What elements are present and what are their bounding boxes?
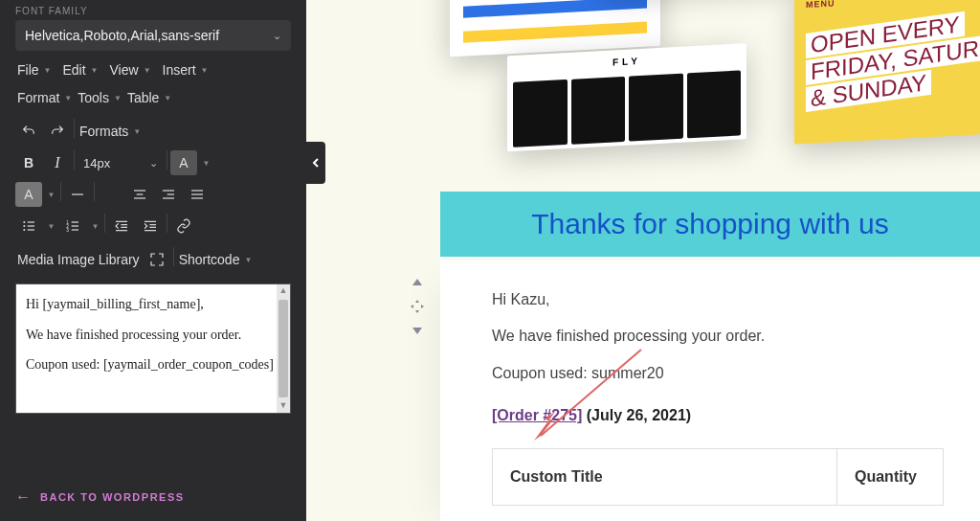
text-color-dropdown-icon[interactable]: ▼ (199, 150, 212, 175)
fullscreen-icon[interactable] (144, 247, 170, 272)
bg-color-dropdown-icon[interactable]: ▼ (44, 182, 57, 207)
order-link[interactable]: [Order #275] (492, 407, 582, 423)
italic-icon[interactable]: I (44, 150, 71, 175)
editor-toolbar: Formats▼ B I 14px⌄ A ▼ A ▼ ▼ 123 ▼ (0, 117, 306, 280)
col-qty: Quantity (837, 449, 943, 505)
hr-icon[interactable] (64, 182, 91, 207)
editor-line: Hi [yaymail_billing_first_name], (26, 294, 280, 315)
align-right-icon[interactable] (155, 182, 182, 207)
arrow-left-icon: ← (15, 488, 31, 506)
bg-color-icon[interactable]: A (15, 182, 42, 207)
align-left-icon[interactable] (98, 182, 124, 207)
shortcode-dropdown[interactable]: Shortcode▼ (177, 247, 255, 272)
font-size-select[interactable]: 14px⌄ (78, 150, 164, 175)
link-icon[interactable] (170, 214, 197, 238)
align-center-icon[interactable] (126, 182, 153, 207)
editor-sidebar: FONT FAMILY Helvetica,Roboto,Arial,sans-… (0, 0, 306, 521)
number-list-icon[interactable]: 123 (59, 214, 86, 238)
email-body-block[interactable]: Hi Kazu, We have finished processing you… (440, 260, 980, 521)
font-family-value: Helvetica,Roboto,Arial,sans-serif (25, 28, 219, 43)
menu-view[interactable]: View▼ (108, 58, 153, 81)
editor-menubar: File▼ Edit▼ View▼ Insert▼ Format▼ Tools▼… (0, 51, 306, 117)
order-heading: [Order #275] (July 26, 2021) (492, 401, 944, 430)
outdent-icon[interactable] (108, 214, 135, 238)
align-justify-icon[interactable] (184, 182, 211, 207)
menu-edit[interactable]: Edit▼ (60, 58, 100, 81)
editor-scrollbar[interactable]: ▲▼ (277, 284, 290, 413)
menu-format[interactable]: Format▼ (15, 86, 74, 109)
svg-marker-33 (412, 279, 422, 285)
svg-text:3: 3 (66, 228, 69, 233)
move-down-icon[interactable] (406, 320, 429, 339)
block-move-toolbar (402, 274, 433, 339)
banner-text: Thanks for shopping with us (531, 208, 889, 240)
text-color-icon[interactable]: A (170, 150, 197, 175)
move-drag-icon[interactable] (406, 297, 429, 316)
email-processed: We have finished processing your order. (492, 322, 944, 351)
media-library-button[interactable]: Media Image Library (15, 247, 142, 272)
template-card: MENUTHE DOCKYARD SOCIAL OPEN EVERY FRIDA… (794, 0, 980, 145)
email-banner: Thanks for shopping with us (440, 192, 980, 257)
content-editor[interactable]: Hi [yaymail_billing_first_name], We have… (15, 283, 291, 414)
svg-marker-34 (415, 300, 419, 303)
indent-icon[interactable] (137, 214, 164, 238)
email-coupon: Coupon used: summer20 (492, 359, 944, 388)
editor-line: Coupon used: [yaymail_order_coupon_codes… (26, 354, 280, 375)
svg-point-13 (23, 221, 25, 223)
move-up-icon[interactable] (406, 274, 429, 293)
formats-dropdown[interactable]: Formats▼ (78, 119, 143, 144)
back-to-wordpress[interactable]: ← BACK TO WORDPRESS (0, 473, 306, 521)
svg-point-17 (23, 229, 25, 231)
number-list-dropdown-icon[interactable]: ▼ (88, 214, 101, 238)
editor-line: We have finished processing your order. (26, 325, 280, 346)
email-greeting: Hi Kazu, (492, 285, 944, 314)
template-card (450, 0, 660, 57)
svg-marker-37 (421, 305, 424, 308)
svg-point-15 (23, 225, 25, 227)
font-family-label: FONT FAMILY (15, 4, 291, 20)
bullet-list-icon[interactable] (15, 214, 42, 238)
menu-table[interactable]: Table▼ (125, 86, 173, 109)
email-preview: FLY MENUTHE DOCKYARD SOCIAL OPEN EVERY F… (306, 0, 980, 521)
bold-icon[interactable]: B (15, 150, 42, 175)
menu-insert[interactable]: Insert▼ (161, 58, 211, 81)
template-card: FLY (507, 43, 746, 151)
chevron-down-icon: ⌄ (273, 30, 281, 42)
bullet-list-dropdown-icon[interactable]: ▼ (44, 214, 57, 238)
order-items-table-header: Custom Title Quantity (492, 448, 944, 506)
col-title: Custom Title (493, 449, 837, 505)
menu-tools[interactable]: Tools▼ (76, 86, 123, 109)
svg-marker-35 (415, 310, 419, 313)
svg-marker-38 (412, 328, 422, 334)
svg-marker-36 (411, 305, 413, 308)
undo-icon[interactable] (15, 119, 42, 144)
font-family-select[interactable]: Helvetica,Roboto,Arial,sans-serif ⌄ (15, 20, 291, 51)
redo-icon[interactable] (44, 119, 71, 144)
menu-file[interactable]: File▼ (15, 58, 53, 81)
order-date: (July 26, 2021) (587, 407, 691, 423)
hero-image-area: FLY MENUTHE DOCKYARD SOCIAL OPEN EVERY F… (440, 0, 980, 192)
back-label: BACK TO WORDPRESS (40, 491, 185, 503)
